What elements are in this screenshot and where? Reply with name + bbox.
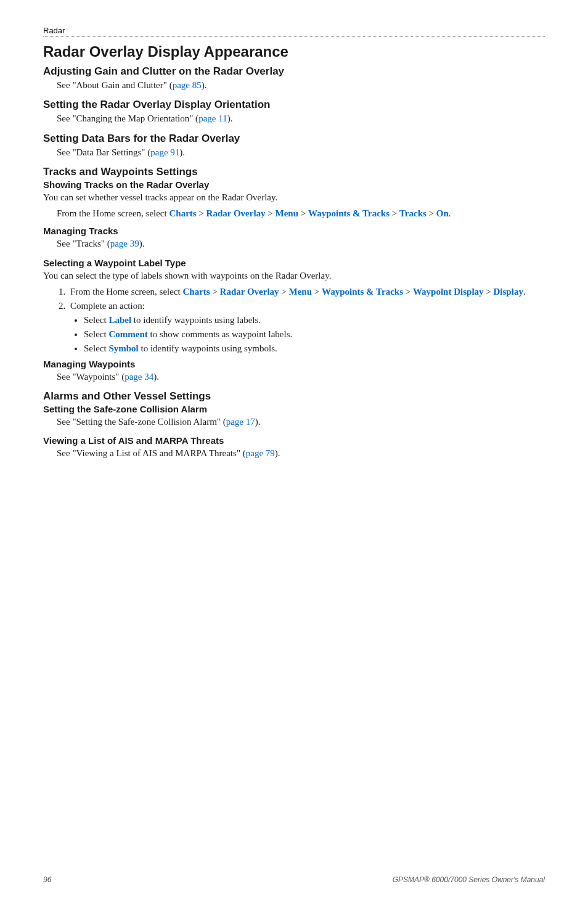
text: From the Home screen, select [57,208,169,218]
bullet-item: Select Label to identify waypoints using… [84,315,545,326]
text-manage-waypoints: See "Waypoints" (page 34). [43,371,545,383]
heading-orientation: Setting the Radar Overlay Display Orient… [43,99,545,111]
text: ). [179,147,185,157]
sep: > [312,287,322,297]
text-databars: See "Data Bar Settings" (page 91). [43,146,545,158]
heading-alarms: Alarms and Other Vessel Settings [43,390,545,403]
step-item: From the Home screen, select Charts > Ra… [68,287,545,297]
text: ). [153,372,159,382]
running-head: Radar [43,26,545,36]
section-safezone: Setting the Safe-zone Collision Alarm Se… [43,404,545,428]
menu-path: Menu [276,208,299,218]
text: . [523,287,526,297]
bullet-item: Select Comment to show comments as waypo… [84,329,545,340]
page-title: Radar Overlay Display Appearance [43,43,545,60]
text-manage-tracks: See "Tracks" (page 39). [43,237,545,250]
menu-path: Charts [169,208,196,218]
menu-path: Charts [182,287,210,297]
menu-path: Radar Overlay [220,287,279,297]
heading-manage-tracks: Managing Tracks [43,226,545,236]
header-rule [43,36,545,37]
section-orientation: Setting the Radar Overlay Display Orient… [43,99,545,125]
section-manage-tracks: Managing Tracks See "Tracks" (page 39). [43,226,545,250]
text: See "Setting the Safe-zone Collision Ala… [57,417,226,427]
menu-option: Label [108,315,131,325]
menu-option: Comment [108,329,147,339]
text: See "Waypoints" ( [57,372,125,382]
page-link[interactable]: page 11 [198,113,227,123]
heading-tracks-waypoints: Tracks and Waypoints Settings [43,166,545,178]
text: to identify waypoints using labels. [131,315,261,325]
text-ais: See "Viewing a List of AIS and MARPA Thr… [43,447,545,459]
text: GPSMAP [393,875,424,884]
sep: > [210,287,220,297]
text-orientation: See "Changing the Map Orientation" (page… [43,112,545,125]
text: See "Changing the Map Orientation" ( [57,113,198,123]
text-gain: See "About Gain and Clutter" (page 85). [43,79,545,91]
page-footer: 96 GPSMAP® 6000/7000 Series Owner's Manu… [43,875,545,884]
heading-safezone: Setting the Safe-zone Collision Alarm [43,404,545,414]
sep: > [279,287,289,297]
text: Select [84,329,108,339]
text: to show comments as waypoint labels. [148,329,293,339]
text: ). [227,113,233,123]
text: ). [202,80,207,90]
sep: > [484,287,494,297]
heading-waypoint-label: Selecting a Waypoint Label Type [43,258,545,268]
step-item: Complete an action: Select Label to iden… [68,301,545,354]
text: to identify waypoints using symbols. [139,343,277,353]
menu-path: Waypoints & Tracks [322,287,403,297]
menu-path: Radar Overlay [206,208,266,218]
page-link[interactable]: page 79 [246,448,275,458]
registered-icon: ® [424,875,430,884]
menu-path: On [436,208,449,218]
text: ). [139,239,145,248]
page-root: Radar Radar Overlay Display Appearance A… [0,0,588,905]
bullet-list: Select Label to identify waypoints using… [70,315,545,354]
page-link[interactable]: page 85 [173,80,202,90]
step-show-tracks: From the Home screen, select Charts > Ra… [43,207,545,219]
sep: > [403,287,413,297]
bullet-item: Select Symbol to identify waypoints usin… [84,343,545,354]
text: See "Tracks" ( [57,239,110,248]
page-link[interactable]: page 91 [150,147,179,157]
menu-path: Display [494,287,523,297]
text: Complete an action: [70,301,145,311]
text-show-tracks-intro: You can set whether vessel tracks appear… [43,191,545,203]
section-manage-waypoints: Managing Waypoints See "Waypoints" (page… [43,359,545,383]
manual-title: GPSMAP® 6000/7000 Series Owner's Manual [393,875,545,884]
menu-path: Waypoint Display [413,287,484,297]
text-waypoint-label-intro: You can select the type of labels shown … [43,269,545,282]
section-ais: Viewing a List of AIS and MARPA Threats … [43,435,545,459]
section-databars: Setting Data Bars for the Radar Overlay … [43,133,545,158]
text: Select [84,315,108,325]
text: ). [275,448,280,458]
text: See "About Gain and Clutter" ( [57,80,173,90]
sep: > [266,208,276,218]
menu-path: Menu [289,287,312,297]
menu-path: Waypoints & Tracks [308,208,390,218]
text: See "Data Bar Settings" ( [57,147,150,157]
text: . [449,208,451,218]
page-link[interactable]: page 39 [110,239,139,248]
text-safezone: See "Setting the Safe-zone Collision Ala… [43,416,545,428]
text: From the Home screen, select [70,287,182,297]
heading-gain: Adjusting Gain and Clutter on the Radar … [43,65,545,78]
section-gain: Adjusting Gain and Clutter on the Radar … [43,65,545,91]
page-number: 96 [43,875,51,884]
heading-show-tracks: Showing Tracks on the Radar Overlay [43,179,545,190]
sep: > [197,208,206,218]
heading-ais: Viewing a List of AIS and MARPA Threats [43,435,545,446]
heading-databars: Setting Data Bars for the Radar Overlay [43,133,545,145]
menu-option: Symbol [108,343,138,353]
sep: > [390,208,399,218]
text: 6000/7000 Series Owner's Manual [430,875,545,884]
sep: > [298,208,308,218]
page-link[interactable]: page 34 [125,372,153,382]
page-link[interactable]: page 17 [226,417,255,427]
text: Select [84,343,108,353]
steps-list: From the Home screen, select Charts > Ra… [43,287,545,354]
text: ). [255,417,261,427]
menu-path: Tracks [399,208,427,218]
text: See "Viewing a List of AIS and MARPA Thr… [57,448,246,458]
